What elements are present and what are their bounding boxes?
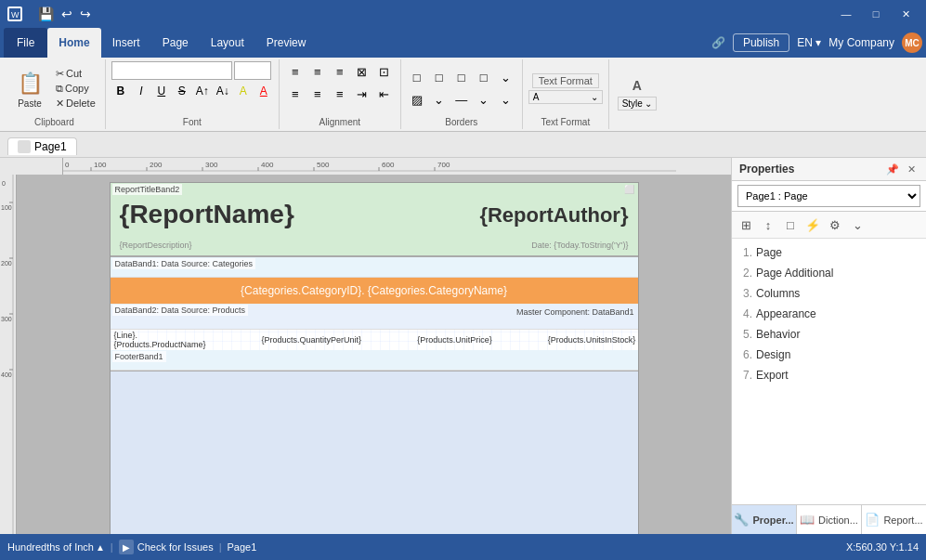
- maximize-btn[interactable]: □: [863, 5, 889, 23]
- word-wrap-button[interactable]: ⊡: [374, 61, 395, 82]
- paste-button[interactable]: 📋 Paste: [9, 67, 50, 111]
- tab-preview[interactable]: Preview: [255, 28, 318, 58]
- title-band-resize[interactable]: ⬜: [624, 185, 634, 194]
- status-separator2: |: [219, 541, 222, 553]
- align-left-button[interactable]: ≡: [285, 61, 306, 82]
- font-label: Font: [183, 115, 202, 127]
- svg-text:0: 0: [65, 161, 70, 169]
- border-expand-button[interactable]: ⌄: [496, 67, 516, 87]
- save-icon[interactable]: 💾: [35, 7, 57, 21]
- text-format-selector[interactable]: A ⌄: [528, 90, 603, 104]
- align-right-button[interactable]: ≡: [330, 61, 350, 82]
- units-selector[interactable]: Hundredths of Inch ▲: [7, 541, 105, 553]
- properties-footer: 🔧 Proper... 📖 Diction... 📄 Report...: [732, 504, 926, 534]
- font-name-input[interactable]: [111, 61, 232, 80]
- status-page: Page1: [228, 541, 257, 553]
- data-band1-row: {Categories.CategoryID}. {Categories.Cat…: [111, 278, 638, 304]
- font-grow-button[interactable]: A↑: [193, 82, 212, 100]
- prop-item-columns[interactable]: 3. Columns: [732, 283, 926, 304]
- prop-tab-dictionary[interactable]: 📖 Diction...: [797, 505, 862, 534]
- tab-layout[interactable]: Layout: [200, 28, 255, 58]
- align-middle-button[interactable]: ≡: [307, 84, 328, 104]
- indent-decrease-button[interactable]: ⇤: [374, 84, 395, 104]
- underline-button[interactable]: U: [152, 82, 171, 100]
- indent-increase-button[interactable]: ⇥: [352, 84, 372, 104]
- dictionary-tab-icon: 📖: [800, 513, 815, 527]
- highlight-button[interactable]: A: [234, 82, 253, 100]
- line-dropdown-button[interactable]: ⌄: [474, 89, 494, 110]
- border-none-button[interactable]: □: [474, 67, 494, 87]
- prop-item-appearance[interactable]: 4. Appearance: [732, 304, 926, 324]
- border-full-button[interactable]: □: [451, 67, 472, 87]
- cut-button[interactable]: ✂ Cut: [52, 67, 99, 81]
- report-name-field: {ReportName}: [120, 200, 294, 229]
- copy-button[interactable]: ⧉ Copy: [52, 82, 99, 96]
- prop-sort-btn[interactable]: ↕: [758, 215, 778, 235]
- prop-item-page[interactable]: 1. Page: [732, 242, 926, 263]
- avatar[interactable]: MC: [902, 33, 922, 53]
- style-selector-dropdown[interactable]: ⌄: [645, 98, 652, 109]
- delete-button[interactable]: ✕ Delete: [52, 97, 99, 111]
- data-band2-fields: {Line}. {Products.ProductName} {Products…: [111, 330, 638, 350]
- strikethrough-button[interactable]: S: [173, 82, 191, 100]
- properties-page-select[interactable]: Page1 : Page: [737, 185, 920, 207]
- prop-gear-btn[interactable]: ⚙: [825, 215, 845, 235]
- svg-text:300: 300: [1, 316, 12, 322]
- prop-tab-properties[interactable]: 🔧 Proper...: [732, 505, 797, 534]
- prop-tab-dictionary-label: Diction...: [818, 514, 858, 526]
- prop-item-page-additional[interactable]: 2. Page Additional: [732, 263, 926, 283]
- properties-close-btn[interactable]: ✕: [904, 162, 919, 176]
- tab-file[interactable]: File: [4, 28, 47, 58]
- border-mid-button[interactable]: □: [429, 67, 450, 87]
- prop-dropdown-btn[interactable]: ⌄: [847, 215, 867, 235]
- alignment-label: Alignment: [320, 115, 360, 127]
- status-left: Hundredths of Inch ▲ | ▶ Check for Issue…: [7, 540, 256, 554]
- report-date-field: Date: {Today.ToString('Y')}: [531, 241, 628, 250]
- align-row-2: ≡ ≡ ≡ ⇥ ⇤: [285, 84, 395, 104]
- prop-item-export[interactable]: 7. Export: [732, 365, 926, 385]
- align-justify-button[interactable]: ⊠: [352, 61, 372, 82]
- cut-icon: ✂: [56, 68, 64, 80]
- canvas-scroll-area[interactable]: ReportTitleBand2 ⬜ {ReportName} {ReportA…: [17, 175, 731, 534]
- svg-text:200: 200: [1, 260, 12, 267]
- properties-pin-btn[interactable]: 📌: [885, 162, 900, 176]
- bold-button[interactable]: B: [111, 82, 130, 100]
- prop-item-behavior[interactable]: 5. Behavior: [732, 324, 926, 345]
- text-format-label: Text Format: [541, 115, 590, 127]
- prop-tab-report[interactable]: 📄 Report...: [862, 505, 926, 534]
- undo-btn[interactable]: ↩: [59, 7, 75, 21]
- border-top-button[interactable]: □: [407, 67, 427, 87]
- svg-text:W: W: [11, 10, 20, 20]
- page1-tab[interactable]: Page1: [7, 137, 77, 155]
- align-top-button[interactable]: ≡: [285, 84, 306, 104]
- close-btn[interactable]: ✕: [893, 5, 919, 23]
- status-bar: Hundredths of Inch ▲ | ▶ Check for Issue…: [0, 534, 926, 560]
- align-bottom-button[interactable]: ≡: [330, 84, 350, 104]
- line-button[interactable]: —: [451, 89, 472, 110]
- check-issues-button[interactable]: ▶ Check for Issues: [119, 540, 214, 554]
- fill-dropdown-button[interactable]: ⌄: [429, 89, 450, 110]
- fill-button[interactable]: ▨: [407, 89, 427, 110]
- tab-insert[interactable]: Insert: [101, 28, 151, 58]
- prop-grid-btn[interactable]: ⊞: [736, 215, 756, 235]
- units-label: Hundredths of Inch: [7, 541, 94, 553]
- font-shrink-button[interactable]: A↓: [214, 82, 232, 100]
- align-center-button[interactable]: ≡: [307, 61, 328, 82]
- tab-home[interactable]: Home: [47, 28, 100, 58]
- style-icon: A: [633, 78, 642, 93]
- publish-button[interactable]: Publish: [733, 33, 789, 52]
- prop-item-design[interactable]: 6. Design: [732, 345, 926, 365]
- border-expand2-button[interactable]: ⌄: [496, 89, 516, 110]
- font-size-input[interactable]: [234, 61, 271, 80]
- redo-btn[interactable]: ↪: [77, 7, 94, 21]
- tab-page[interactable]: Page: [151, 28, 200, 58]
- title-bar-left: W 💾 ↩ ↪: [7, 7, 94, 21]
- prop-panel-btn[interactable]: □: [780, 215, 801, 235]
- style-selector[interactable]: Style ⌄: [618, 97, 657, 111]
- style-dropdown[interactable]: ⌄: [591, 92, 598, 102]
- italic-button[interactable]: I: [132, 82, 150, 100]
- minimize-btn[interactable]: —: [833, 5, 859, 23]
- prop-lightning-btn[interactable]: ⚡: [802, 215, 823, 235]
- color-button[interactable]: A: [254, 82, 273, 100]
- language-selector[interactable]: EN ▾: [797, 36, 821, 49]
